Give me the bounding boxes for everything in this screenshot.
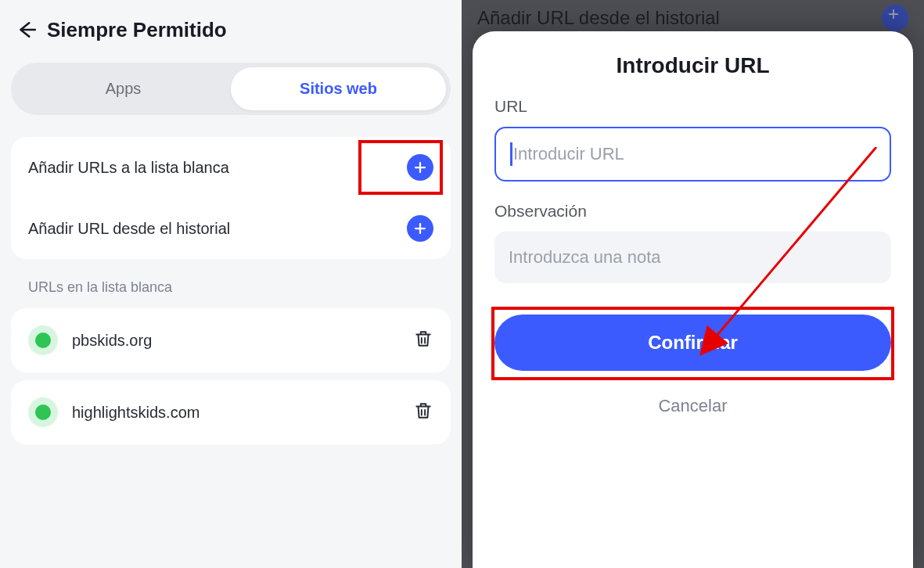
note-placeholder: Introduzca una nota <box>509 247 660 267</box>
text-caret <box>510 142 512 166</box>
check-icon <box>28 397 58 427</box>
dialog-title: Introducir URL <box>494 53 891 78</box>
check-icon <box>28 325 58 355</box>
always-allowed-screen: Siempre Permitido Apps Sitios web Añadir… <box>0 0 462 568</box>
plus-icon[interactable] <box>407 154 433 181</box>
url-text: highlightskids.com <box>72 404 413 422</box>
enter-url-dialog: Introducir URL URL Introducir URL Observ… <box>473 31 913 568</box>
note-field-label: Observación <box>494 202 891 221</box>
note-input[interactable]: Introduzca una nota <box>494 232 891 283</box>
confirm-button[interactable]: Confirmar <box>494 315 891 371</box>
url-list-item: pbskids.org <box>11 308 451 372</box>
tab-websites[interactable]: Sitios web <box>231 67 446 110</box>
url-list-item: highlightskids.com <box>11 380 451 444</box>
url-placeholder: Introducir URL <box>513 144 624 164</box>
tab-bar: Apps Sitios web <box>11 63 451 115</box>
add-url-group: Añadir URLs a la lista blanca Añadir URL… <box>11 137 451 259</box>
url-input[interactable]: Introducir URL <box>494 127 891 182</box>
add-whitelist-label: Añadir URLs a la lista blanca <box>28 159 407 177</box>
page-title: Siempre Permitido <box>47 18 227 42</box>
header: Siempre Permitido <box>11 8 451 59</box>
trash-icon[interactable] <box>413 329 433 352</box>
cancel-button[interactable]: Cancelar <box>494 379 891 419</box>
enter-url-dialog-screen: Añadir URL desde el historial Introducir… <box>462 0 924 568</box>
add-whitelist-row[interactable]: Añadir URLs a la lista blanca <box>11 137 451 198</box>
whitelist-section-label: URLs en la lista blanca <box>11 279 451 308</box>
add-from-history-row[interactable]: Añadir URL desde el historial <box>11 198 451 259</box>
url-field-label: URL <box>494 97 891 116</box>
tab-apps[interactable]: Apps <box>16 67 231 110</box>
plus-icon[interactable] <box>407 215 433 242</box>
url-text: pbskids.org <box>72 332 413 350</box>
trash-icon[interactable] <box>413 401 433 424</box>
back-arrow-icon[interactable] <box>11 14 42 45</box>
add-from-history-label: Añadir URL desde el historial <box>28 220 407 238</box>
